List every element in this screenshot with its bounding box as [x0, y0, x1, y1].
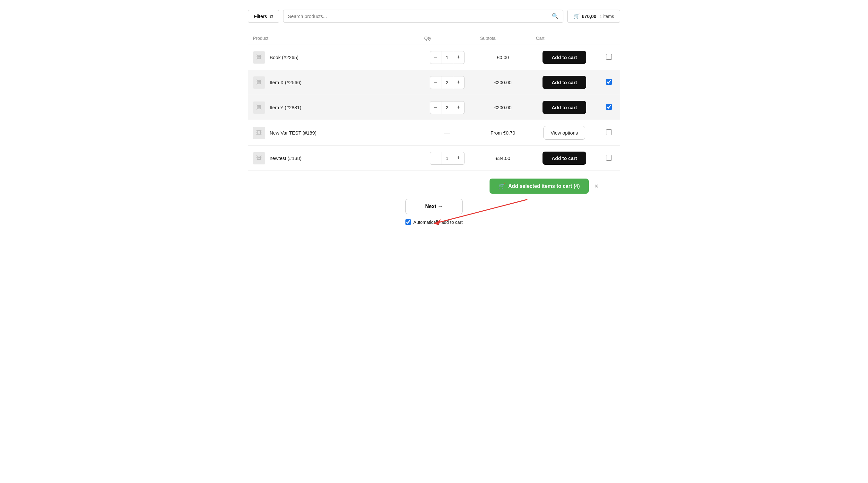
product-thumbnail: 🖼 [253, 152, 265, 164]
product-name: newtest (#138) [270, 155, 302, 161]
qty-dash: — [442, 129, 453, 136]
qty-value: 2 [441, 101, 453, 114]
qty-value: 1 [441, 51, 453, 64]
next-button[interactable]: Next → [405, 199, 462, 214]
qty-decrease-button[interactable]: − [430, 77, 441, 89]
image-placeholder-icon: 🖼 [256, 79, 262, 86]
bottom-section: 🛒 Add selected items to cart (4) × Next … [248, 179, 620, 225]
product-thumbnail: 🖼 [253, 51, 265, 64]
product-thumbnail: 🖼 [253, 101, 265, 114]
add-selected-button[interactable]: 🛒 Add selected items to cart (4) [490, 179, 589, 194]
view-options-button[interactable]: View options [544, 126, 586, 140]
product-thumbnail: 🖼 [253, 127, 265, 139]
qty-stepper: − 2 + [430, 76, 465, 89]
auto-add-checkbox[interactable] [405, 219, 411, 225]
add-to-cart-button[interactable]: Add to cart [542, 101, 586, 114]
qty-decrease-button[interactable]: − [430, 152, 441, 164]
qty-stepper: − 1 + [430, 51, 465, 64]
add-selected-bar: 🛒 Add selected items to cart (4) × [248, 179, 620, 194]
next-label: Next → [425, 204, 443, 209]
col-header-cart: Cart [531, 32, 598, 45]
subtotal-value: €200.00 [475, 70, 531, 95]
auto-add-label: Automatically add to cart [413, 220, 463, 225]
cart-icon: 🛒 [573, 13, 580, 19]
image-placeholder-icon: 🖼 [256, 54, 262, 61]
cart-summary: 🛒 €70,00 1 items [567, 10, 620, 23]
auto-add-row: Automatically add to cart [405, 219, 463, 225]
search-wrapper: 🔍 [283, 10, 563, 23]
add-to-cart-button[interactable]: Add to cart [542, 51, 586, 64]
table-row: 🖼 Item X (#2566) − 2 + €200.00Add to car… [248, 70, 620, 95]
row-checkbox[interactable] [606, 104, 612, 110]
cart-items-count: 1 items [600, 14, 614, 19]
table-row: 🖼 Book (#2265) − 1 + €0.00Add to cart [248, 45, 620, 70]
subtotal-value: €0.00 [475, 45, 531, 70]
subtotal-value: €200.00 [475, 95, 531, 120]
qty-increase-button[interactable]: + [453, 77, 464, 89]
qty-stepper: − 1 + [430, 152, 465, 165]
image-placeholder-icon: 🖼 [256, 129, 262, 136]
row-checkbox[interactable] [606, 54, 612, 60]
col-header-qty: Qty [419, 32, 475, 45]
qty-increase-button[interactable]: + [453, 101, 464, 114]
filter-sliders-icon: ⧉ [270, 13, 273, 19]
product-name: Item Y (#2881) [270, 105, 302, 110]
search-icon: 🔍 [552, 13, 559, 20]
close-bar-button[interactable]: × [592, 181, 601, 191]
subtotal-value: €34.00 [475, 146, 531, 171]
add-selected-label: Add selected items to cart (4) [508, 183, 580, 189]
top-bar: Filters ⧉ 🔍 🛒 €70,00 1 items [248, 10, 620, 23]
qty-increase-button[interactable]: + [453, 152, 464, 164]
row-checkbox[interactable] [606, 79, 612, 85]
image-placeholder-icon: 🖼 [256, 104, 262, 111]
filters-button[interactable]: Filters ⧉ [248, 10, 279, 23]
product-thumbnail: 🖼 [253, 77, 265, 89]
qty-decrease-button[interactable]: − [430, 101, 441, 114]
image-placeholder-icon: 🖼 [256, 155, 262, 161]
qty-decrease-button[interactable]: − [430, 51, 441, 64]
search-input[interactable] [288, 10, 552, 23]
table-row: 🖼 Item Y (#2881) − 2 + €200.00Add to car… [248, 95, 620, 120]
add-to-cart-button[interactable]: Add to cart [542, 76, 586, 89]
cart-amount: €70,00 [582, 13, 596, 19]
product-name: Book (#2265) [270, 55, 299, 60]
qty-value: 1 [441, 152, 453, 164]
product-name: Item X (#2566) [270, 80, 302, 85]
col-header-product: Product [248, 32, 419, 45]
add-to-cart-button[interactable]: Add to cart [542, 152, 586, 165]
qty-stepper: − 2 + [430, 101, 465, 114]
filters-label: Filters [254, 13, 267, 19]
row-checkbox[interactable] [606, 155, 612, 160]
table-row: 🖼 New Var TEST (#189) —From €0,70View op… [248, 120, 620, 146]
table-row: 🖼 newtest (#138) − 1 + €34.00Add to cart [248, 146, 620, 171]
add-selected-cart-icon: 🛒 [498, 183, 505, 189]
col-header-subtotal: Subtotal [475, 32, 531, 45]
qty-increase-button[interactable]: + [453, 51, 464, 64]
product-name: New Var TEST (#189) [270, 130, 316, 135]
qty-value: 2 [441, 77, 453, 89]
subtotal-value: From €0,70 [475, 120, 531, 146]
col-header-check [598, 32, 620, 45]
row-checkbox[interactable] [606, 129, 612, 135]
product-table: Product Qty Subtotal Cart 🖼 Book (#2265)… [248, 32, 620, 171]
